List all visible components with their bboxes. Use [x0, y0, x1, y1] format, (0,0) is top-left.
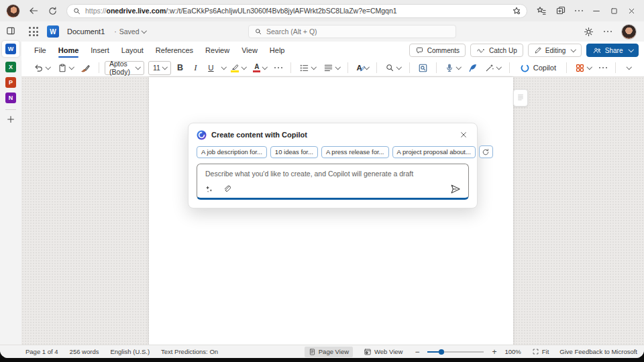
send-icon[interactable]: [450, 184, 461, 194]
collapse-ribbon-button[interactable]: [621, 60, 635, 75]
margin-comment-card[interactable]: [513, 89, 528, 107]
undo-button[interactable]: [31, 60, 53, 75]
copilot-prompt-box: [197, 164, 469, 200]
suggestion-chip[interactable]: A project proposal about...: [392, 146, 476, 158]
more-font-options-icon[interactable]: [272, 60, 286, 75]
minimize-button[interactable]: [592, 6, 601, 15]
copilot-prompt-input[interactable]: [197, 164, 468, 183]
italic-button[interactable]: I: [189, 60, 202, 75]
attach-icon[interactable]: [223, 185, 231, 194]
refresh-button[interactable]: [48, 6, 58, 16]
add-ins-button[interactable]: [572, 60, 594, 75]
favorite-star-icon[interactable]: [512, 6, 521, 15]
chevron-down-icon[interactable]: [221, 64, 227, 70]
tab-home[interactable]: Home: [52, 43, 85, 58]
auto-format-wand-icon[interactable]: [482, 60, 504, 75]
search-input[interactable]: [266, 27, 450, 36]
page-count[interactable]: Page 1 of 4: [25, 348, 58, 355]
tab-help[interactable]: Help: [264, 43, 291, 58]
favorites-bar-icon[interactable]: [536, 5, 547, 16]
sidebar-item-excel[interactable]: X: [5, 62, 16, 72]
chevron-down-icon: [46, 64, 51, 70]
dictate-button[interactable]: [442, 60, 464, 75]
back-button[interactable]: [28, 5, 39, 16]
suggestion-chip[interactable]: A press release for...: [321, 146, 389, 158]
sidebar-toggle-icon[interactable]: [5, 25, 16, 36]
tab-layout[interactable]: Layout: [115, 43, 150, 58]
toolbar-divider: [409, 62, 410, 73]
editing-mode-button[interactable]: Editing: [528, 44, 582, 57]
toolbar-divider: [99, 62, 99, 73]
font-color-button[interactable]: A: [250, 60, 270, 75]
save-status[interactable]: ·Saved: [114, 27, 146, 36]
tab-file[interactable]: File: [28, 43, 52, 58]
reading-view-icon[interactable]: [415, 60, 431, 75]
font-size-select[interactable]: 11: [148, 61, 171, 75]
suggestion-chip[interactable]: 10 ideas for...: [270, 146, 318, 158]
zoom-slider[interactable]: [427, 348, 484, 356]
tab-view[interactable]: View: [235, 43, 264, 58]
text-predictions-status[interactable]: Text Predictions: On: [161, 348, 218, 355]
toolbar-divider: [376, 62, 377, 73]
bullets-button[interactable]: [297, 60, 319, 75]
format-painter-icon[interactable]: [78, 60, 93, 75]
styles-button[interactable]: A: [354, 60, 371, 75]
app-launcher-icon[interactable]: [27, 25, 40, 38]
find-button[interactable]: [382, 60, 404, 75]
toolbar-divider: [436, 62, 437, 73]
highlight-color-button[interactable]: [228, 60, 249, 75]
zoom-out-button[interactable]: −: [413, 347, 421, 357]
tab-review[interactable]: Review: [199, 43, 235, 58]
zoom-in-button[interactable]: +: [490, 347, 498, 357]
rewrite-sparkle-icon[interactable]: [205, 185, 214, 194]
address-bar[interactable]: https://onedrive.live.com/:w:/t/EaCKkPs6…: [66, 4, 527, 18]
paste-button[interactable]: [55, 60, 76, 75]
zoom-level[interactable]: 100%: [504, 348, 521, 355]
word-logo[interactable]: W: [47, 25, 59, 38]
page-view-button[interactable]: Page View: [305, 347, 353, 357]
header-more-icon[interactable]: [604, 31, 612, 33]
tab-insert[interactable]: Insert: [85, 43, 115, 58]
word-count[interactable]: 256 words: [70, 348, 99, 355]
feedback-link[interactable]: Give Feedback to Microsoft: [559, 348, 637, 355]
suggestion-chip[interactable]: A job description for...: [197, 146, 267, 158]
document-page[interactable]: [149, 77, 513, 345]
close-button[interactable]: [627, 7, 636, 15]
underline-button[interactable]: U: [204, 60, 217, 75]
document-title[interactable]: Document1: [67, 27, 105, 36]
sidebar-item-word[interactable]: W: [2, 41, 19, 57]
settings-gear-icon[interactable]: [584, 27, 594, 37]
search-icon: [254, 27, 262, 36]
chevron-down-icon: [628, 47, 633, 52]
browser-profile-avatar[interactable]: [7, 5, 19, 17]
catch-up-button[interactable]: Catch Up: [470, 44, 523, 57]
document-canvas: Create content with Copilot A job descri…: [21, 77, 644, 345]
app-search-box[interactable]: [248, 25, 456, 38]
zoom-slider-knob[interactable]: [439, 349, 444, 355]
toolbar-overflow-icon[interactable]: [596, 60, 610, 75]
sidebar-item-onenote[interactable]: N: [5, 93, 16, 103]
account-avatar[interactable]: [622, 25, 636, 39]
maximize-button[interactable]: [610, 7, 619, 15]
chevron-down-icon: [396, 64, 402, 70]
bold-button[interactable]: B: [173, 60, 186, 75]
copilot-button[interactable]: Copilot: [515, 60, 561, 75]
fit-button[interactable]: Fit: [528, 347, 553, 357]
align-button[interactable]: [321, 60, 343, 75]
font-name-select[interactable]: Aptos (Body): [105, 61, 144, 75]
highlight-swatch: [231, 70, 239, 72]
share-button[interactable]: Share: [586, 44, 639, 57]
sidebar-item-powerpoint[interactable]: P: [5, 77, 16, 88]
dialog-close-icon[interactable]: [458, 129, 469, 140]
ribbon-toolbar: Aptos (Body) 11 B I U A A Copilot: [21, 59, 644, 77]
comments-button[interactable]: Comments: [409, 44, 466, 57]
editor-button[interactable]: [465, 60, 480, 75]
web-view-button[interactable]: Web View: [360, 347, 407, 357]
tab-references[interactable]: References: [150, 43, 199, 58]
language-status[interactable]: English (U.S.): [110, 348, 150, 355]
refresh-suggestions-button[interactable]: [479, 145, 493, 158]
browser-menu-icon[interactable]: [575, 10, 584, 12]
collections-icon[interactable]: [555, 5, 566, 16]
toolbar-divider: [566, 62, 567, 73]
sidebar-add-button[interactable]: [6, 115, 15, 124]
